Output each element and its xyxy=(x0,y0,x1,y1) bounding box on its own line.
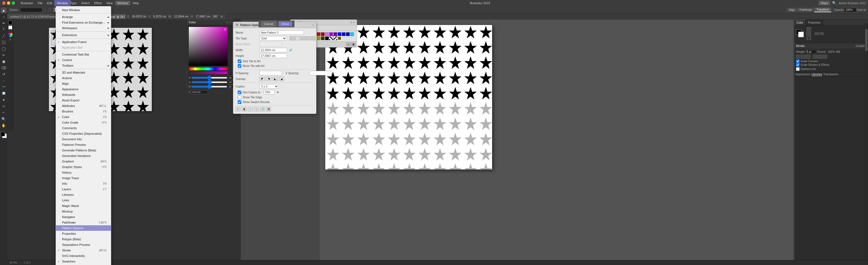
swatch-dark-red[interactable] xyxy=(317,32,320,36)
rpanel-scale-strokes-check[interactable] xyxy=(796,63,800,67)
color-panel-close-icon[interactable]: × xyxy=(229,21,231,24)
color-panel-menu-icon[interactable]: ≡ xyxy=(226,21,228,24)
menu-help[interactable]: Help xyxy=(130,1,141,5)
rpanel-dashed-check[interactable] xyxy=(796,67,800,71)
fg-color-swatch[interactable] xyxy=(1,132,5,136)
del-swatch-btn[interactable]: 🗑 xyxy=(351,42,355,46)
hue-slider[interactable] xyxy=(189,67,228,70)
menu-svg-interactivity[interactable]: SVG Interactivity xyxy=(56,253,111,259)
swatch-navy[interactable] xyxy=(346,32,350,36)
menu-navigator[interactable]: Navigator xyxy=(56,214,111,220)
rpanel-libraries-tab[interactable]: Libraries xyxy=(812,73,822,76)
menu-control[interactable]: Control xyxy=(56,57,111,63)
tool-brush[interactable]: ✏ xyxy=(1,52,7,58)
color-gradient-area[interactable] xyxy=(189,27,228,66)
swatch-dark-blue[interactable] xyxy=(342,32,346,36)
menu-workspace[interactable]: Workspace xyxy=(56,25,111,31)
link-icon[interactable]: 🔗 xyxy=(289,48,292,52)
menu-graphic-styles[interactable]: Graphic Styles ⇧F5 xyxy=(56,164,111,170)
expand-icon[interactable]: ⊞ xyxy=(864,8,866,11)
menu-info[interactable]: Info F8 xyxy=(56,181,111,187)
scrollbar-thumb[interactable] xyxy=(865,29,867,51)
tool-eraser[interactable]: ⌫ xyxy=(1,65,7,71)
menu-layers[interactable]: Layers F7 xyxy=(56,187,111,192)
show-tile-edge-check[interactable] xyxy=(238,96,241,99)
menu-comments[interactable]: Comments xyxy=(56,125,111,131)
rpanel-solid-icon[interactable] xyxy=(807,27,811,31)
close-button[interactable] xyxy=(2,1,6,5)
pattern-name-input[interactable]: New Pattern 3 xyxy=(259,30,304,35)
move-down-btn[interactable]: ↓ xyxy=(254,107,259,111)
menu-edit[interactable]: Edit xyxy=(45,1,55,5)
tool-rect[interactable]: ⬛ xyxy=(1,39,7,45)
menu-extensions[interactable]: Extensions xyxy=(56,32,111,38)
menu-window[interactable]: Window xyxy=(115,1,130,5)
delete-pattern-btn[interactable]: 🗑 xyxy=(242,107,247,111)
menu-asset-export[interactable]: Asset Export xyxy=(56,98,111,103)
menu-stroke[interactable]: Stroke ⌘F10 xyxy=(56,247,111,253)
menu-links[interactable]: Links xyxy=(56,198,111,203)
overlap-btn-bl[interactable]: ◣ xyxy=(272,77,278,81)
swatch-pattern-1[interactable] xyxy=(329,36,333,40)
menu-mockup[interactable]: Mockup xyxy=(56,209,111,214)
tool-column-graph[interactable]: 📊 xyxy=(1,90,7,96)
done-button[interactable]: Done xyxy=(279,22,292,26)
menu-magic-wand[interactable]: Magic Wand xyxy=(56,203,111,209)
hex-input[interactable]: 231720 xyxy=(191,90,208,94)
size-tile-check[interactable] xyxy=(238,60,241,63)
swatches-mini-close-icon[interactable]: × xyxy=(353,21,355,24)
no-color-icon[interactable]: ⊘ xyxy=(9,38,11,41)
menu-view[interactable]: View xyxy=(104,1,115,5)
swatch-selected[interactable] xyxy=(338,36,341,40)
swatch-pattern-2[interactable] xyxy=(333,36,337,40)
menu-color-guide[interactable]: Color Guide ⇧F3 xyxy=(56,120,111,125)
tile-icon-5[interactable] xyxy=(312,36,317,40)
swatch-cyan[interactable] xyxy=(350,32,354,36)
rpanel-join-2[interactable] xyxy=(818,55,822,59)
expand-transform-icon[interactable]: ⊞ xyxy=(220,15,223,18)
menu-attributes[interactable]: Attributes ⌘F11 xyxy=(56,103,111,109)
menu-align[interactable]: Align xyxy=(56,81,111,87)
maximize-button[interactable] xyxy=(12,1,15,5)
unlink-pattern-btn[interactable]: ⛓ xyxy=(266,107,271,111)
tab-align[interactable]: Align xyxy=(786,8,797,12)
opacity-input[interactable] xyxy=(844,8,857,12)
menu-toolbars[interactable]: Toolbars xyxy=(56,63,111,68)
tile-icon-3[interactable] xyxy=(301,36,306,40)
rpanel-tab-properties[interactable]: Properties xyxy=(806,20,823,25)
tool-select[interactable]: ▲ xyxy=(1,7,7,13)
menu-new-window[interactable]: New Window xyxy=(56,7,111,13)
menu-image-trace[interactable]: Image Trace xyxy=(56,175,111,181)
swatch-maroon[interactable] xyxy=(321,32,325,36)
add-swatch-btn[interactable]: + xyxy=(346,42,350,46)
pattern-options-close[interactable]: × xyxy=(236,23,239,26)
vertical-scrollbar[interactable] xyxy=(865,23,868,260)
search-icon[interactable]: 🔍 xyxy=(832,1,836,5)
pattern-width-input[interactable]: 12.2844 cm xyxy=(259,48,287,52)
swatch-very-dark-olive[interactable] xyxy=(321,36,325,40)
copies-select[interactable]: 5 x 3 3 x 3 7 x 5 xyxy=(259,84,279,89)
menu-generate-patterns[interactable]: Generate Patterns (Beta) xyxy=(56,147,111,153)
menu-appearance[interactable]: Appearance xyxy=(56,87,111,92)
pattern-height-input[interactable]: 17.6967 cm xyxy=(259,54,287,58)
rpanel-join-3[interactable] xyxy=(823,55,827,59)
swatch-purple[interactable] xyxy=(329,32,333,36)
b-slider[interactable] xyxy=(191,86,227,88)
g-slider[interactable] xyxy=(192,81,227,83)
menu-select[interactable]: Select xyxy=(79,1,92,5)
menu-swatches[interactable]: Swatches xyxy=(56,259,111,264)
stroke-input[interactable] xyxy=(20,8,42,12)
r-slider[interactable] xyxy=(192,77,227,78)
tool-zoom[interactable]: 🔍 xyxy=(1,116,7,122)
rpanel-weight-input[interactable] xyxy=(807,50,816,54)
rpanel-cap-3[interactable] xyxy=(806,55,810,59)
color-wheel-icon[interactable] xyxy=(8,33,12,37)
dim-pct-input[interactable]: 70% xyxy=(264,90,275,94)
swatch-indigo[interactable] xyxy=(333,32,337,36)
tool-type[interactable]: T xyxy=(1,26,7,33)
rpanel-bg-swatch[interactable] xyxy=(798,32,804,37)
menu-brushes[interactable]: Brushes F5 xyxy=(56,109,111,114)
move-tile-check[interactable] xyxy=(238,64,241,68)
overlap-btn-br[interactable]: ◢ xyxy=(279,77,284,81)
tool-blob[interactable]: ⬤ xyxy=(1,58,7,64)
